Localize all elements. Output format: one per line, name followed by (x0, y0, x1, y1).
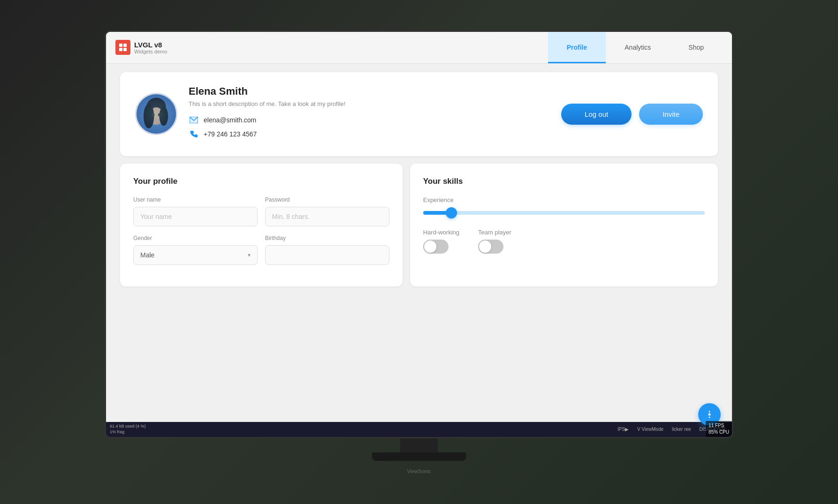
form-row-2: Gender Male ▾ Birthday (133, 235, 389, 265)
taskbar-item-licker[interactable]: licker ree (669, 426, 694, 433)
logo-area: LVGL v8 Widgets demo (115, 40, 167, 55)
your-skills-card: Your skills Experience Hard-working (410, 164, 718, 286)
form-row-1: User name Password (133, 196, 389, 226)
birthday-input[interactable] (265, 245, 389, 265)
password-group: Password (265, 196, 389, 226)
monitor-brand: ViewSonic (407, 468, 431, 474)
chevron-down-icon: ▾ (248, 252, 251, 258)
logout-button[interactable]: Log out (561, 104, 632, 125)
email-icon (189, 115, 199, 125)
gender-select[interactable]: Male ▾ (133, 245, 258, 265)
app-title: LVGL v8 (134, 41, 167, 49)
header: LVGL v8 Widgets demo Profile Analytics S… (106, 32, 732, 64)
monitor-stand (372, 438, 466, 466)
tab-profile[interactable]: Profile (548, 32, 606, 63)
main-content: Elena Smith This is a short description … (106, 64, 732, 422)
svg-point-16 (709, 416, 710, 418)
profile-card: Elena Smith This is a short description … (120, 72, 718, 156)
screen: LVGL v8 Widgets demo Profile Analytics S… (106, 32, 732, 422)
monitor-frame: LVGL v8 Widgets demo Profile Analytics S… (105, 30, 733, 438)
taskbar: 61.4 kB used (4 %) 1% frag IPS▶ V ViewMo… (106, 422, 732, 437)
email-value: elena@smith.com (204, 116, 256, 124)
stand-base (372, 452, 466, 461)
svg-rect-2 (119, 48, 122, 51)
birthday-group: Birthday (265, 235, 389, 265)
team-player-knob (479, 241, 491, 253)
your-profile-title: Your profile (133, 177, 389, 186)
svg-point-14 (708, 413, 711, 415)
username-input[interactable] (133, 207, 258, 226)
memory-info: 61.4 kB used (4 %) 1% frag (110, 424, 146, 435)
username-group: User name (133, 196, 258, 226)
profile-bio: This is a short description of me. Take … (189, 100, 550, 107)
svg-rect-3 (123, 48, 127, 51)
birthday-label: Birthday (265, 235, 389, 241)
tab-analytics[interactable]: Analytics (606, 32, 670, 63)
username-label: User name (133, 196, 258, 203)
taskbar-item-viewmode[interactable]: V ViewMode (634, 426, 666, 433)
stand-neck (400, 438, 438, 452)
hard-working-label: Hard-working (423, 229, 459, 236)
stats-overlay: 11 FPS 85% CPU (706, 421, 732, 422)
phone-value: +79 246 123 4567 (204, 130, 257, 138)
gender-label: Gender (133, 235, 258, 241)
gender-group: Gender Male ▾ (133, 235, 258, 265)
hard-working-group: Hard-working (423, 229, 459, 254)
email-contact: elena@smith.com (189, 115, 550, 125)
password-label: Password (265, 196, 389, 203)
app-logo-icon (115, 40, 130, 55)
profile-info: Elena Smith This is a short description … (189, 85, 550, 143)
phone-icon (189, 129, 199, 139)
your-profile-card: Your profile User name Password (120, 164, 403, 286)
team-player-group: Team player (478, 229, 511, 254)
profile-actions: Log out Invite (561, 104, 703, 125)
hard-working-toggle[interactable] (423, 240, 449, 254)
logo-text: LVGL v8 Widgets demo (134, 41, 167, 54)
avatar (135, 93, 177, 135)
svg-rect-1 (123, 44, 127, 47)
invite-button[interactable]: Invite (639, 104, 703, 125)
experience-slider[interactable] (423, 208, 705, 218)
taskbar-item-ips[interactable]: IPS▶ (615, 426, 632, 433)
team-player-label: Team player (478, 229, 511, 236)
phone-contact: +79 246 123 4567 (189, 129, 550, 139)
profile-name: Elena Smith (189, 85, 550, 98)
gender-value: Male (140, 251, 154, 259)
experience-label: Experience (423, 196, 705, 203)
app-subtitle: Widgets demo (134, 49, 167, 54)
your-skills-title: Your skills (423, 177, 705, 186)
toggles-row: Hard-working Team player (423, 229, 705, 254)
nav-tabs: Profile Analytics Shop (548, 32, 723, 63)
bottom-row: Your profile User name Password (120, 164, 718, 286)
team-player-toggle[interactable] (478, 240, 503, 254)
svg-rect-0 (119, 44, 122, 47)
tab-shop[interactable]: Shop (670, 32, 723, 63)
password-input[interactable] (265, 207, 389, 226)
svg-rect-11 (137, 94, 176, 134)
hard-working-knob (424, 241, 436, 253)
svg-point-15 (709, 411, 710, 412)
